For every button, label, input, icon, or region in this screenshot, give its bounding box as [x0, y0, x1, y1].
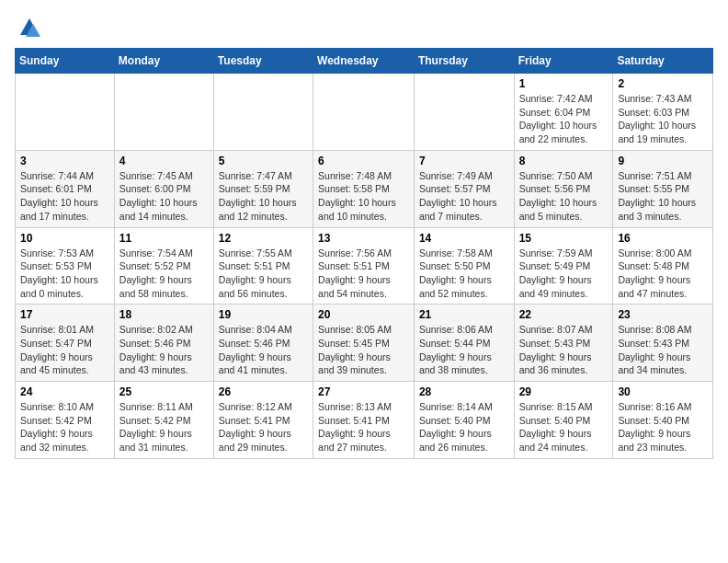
day-info: Sunrise: 7:51 AMSunset: 5:55 PMDaylight:…: [618, 169, 708, 224]
day-number: 16: [618, 232, 708, 245]
calendar-cell: 10Sunrise: 7:53 AMSunset: 5:53 PMDayligh…: [16, 227, 115, 304]
day-number: 6: [318, 155, 409, 167]
day-info: Sunrise: 8:05 AMSunset: 5:45 PMDaylight:…: [318, 323, 409, 377]
calendar-cell: 1Sunrise: 7:42 AMSunset: 6:04 PMDaylight…: [514, 74, 613, 151]
calendar-week-4: 17Sunrise: 8:01 AMSunset: 5:47 PMDayligh…: [16, 304, 713, 382]
day-number: 27: [318, 385, 409, 398]
calendar-cell: [313, 74, 415, 151]
calendar-cell: 18Sunrise: 8:02 AMSunset: 5:46 PMDayligh…: [114, 304, 213, 382]
day-info: Sunrise: 7:54 AMSunset: 5:52 PMDaylight:…: [119, 247, 209, 301]
day-number: 30: [618, 385, 708, 398]
calendar-cell: 3Sunrise: 7:44 AMSunset: 6:01 PMDaylight…: [16, 150, 115, 227]
logo-icon: [17, 15, 42, 40]
day-info: Sunrise: 8:01 AMSunset: 5:47 PMDaylight:…: [20, 323, 109, 377]
logo-text: [15, 15, 42, 40]
calendar-cell: 21Sunrise: 8:06 AMSunset: 5:44 PMDayligh…: [414, 304, 514, 382]
day-info: Sunrise: 8:00 AMSunset: 5:48 PMDaylight:…: [618, 247, 708, 301]
calendar-cell: 16Sunrise: 8:00 AMSunset: 5:48 PMDayligh…: [613, 227, 713, 304]
day-number: 22: [519, 308, 609, 321]
day-info: Sunrise: 7:43 AMSunset: 6:03 PMDaylight:…: [618, 92, 708, 146]
calendar-week-3: 10Sunrise: 7:53 AMSunset: 5:53 PMDayligh…: [16, 227, 713, 304]
calendar-cell: 25Sunrise: 8:11 AMSunset: 5:42 PMDayligh…: [114, 382, 213, 459]
day-number: 29: [519, 385, 609, 398]
calendar-cell: 27Sunrise: 8:13 AMSunset: 5:41 PMDayligh…: [313, 382, 415, 459]
calendar-table: SundayMondayTuesdayWednesdayThursdayFrid…: [15, 48, 713, 459]
calendar-cell: 20Sunrise: 8:05 AMSunset: 5:45 PMDayligh…: [313, 304, 415, 382]
day-number: 11: [119, 232, 209, 245]
logo: [15, 15, 42, 40]
day-number: 19: [219, 308, 308, 321]
day-info: Sunrise: 7:42 AMSunset: 6:04 PMDaylight:…: [519, 92, 609, 146]
calendar-cell: [16, 74, 115, 151]
day-number: 28: [419, 385, 509, 398]
day-info: Sunrise: 8:12 AMSunset: 5:41 PMDaylight:…: [219, 400, 308, 454]
day-number: 8: [519, 155, 609, 167]
calendar-cell: [213, 74, 313, 151]
calendar-week-1: 1Sunrise: 7:42 AMSunset: 6:04 PMDaylight…: [16, 74, 713, 151]
calendar-header-sunday: Sunday: [16, 49, 115, 74]
calendar-week-2: 3Sunrise: 7:44 AMSunset: 6:01 PMDaylight…: [16, 150, 713, 227]
calendar-header-thursday: Thursday: [414, 49, 514, 74]
calendar-cell: 24Sunrise: 8:10 AMSunset: 5:42 PMDayligh…: [16, 382, 115, 459]
day-number: 23: [618, 308, 708, 321]
day-number: 26: [219, 385, 308, 398]
calendar-header-wednesday: Wednesday: [313, 49, 415, 74]
day-info: Sunrise: 7:44 AMSunset: 6:01 PMDaylight:…: [20, 169, 109, 224]
calendar-cell: 19Sunrise: 8:04 AMSunset: 5:46 PMDayligh…: [213, 304, 313, 382]
day-info: Sunrise: 8:07 AMSunset: 5:43 PMDaylight:…: [519, 323, 609, 377]
calendar-cell: 26Sunrise: 8:12 AMSunset: 5:41 PMDayligh…: [213, 382, 313, 459]
calendar-cell: 30Sunrise: 8:16 AMSunset: 5:40 PMDayligh…: [613, 382, 713, 459]
day-info: Sunrise: 8:11 AMSunset: 5:42 PMDaylight:…: [119, 400, 209, 454]
calendar-header-tuesday: Tuesday: [213, 49, 313, 74]
day-info: Sunrise: 8:02 AMSunset: 5:46 PMDaylight:…: [119, 323, 209, 377]
day-number: 15: [519, 232, 609, 245]
calendar-cell: 17Sunrise: 8:01 AMSunset: 5:47 PMDayligh…: [16, 304, 115, 382]
calendar-cell: [414, 74, 514, 151]
day-number: 2: [618, 77, 708, 90]
day-number: 17: [20, 308, 109, 321]
calendar-cell: 4Sunrise: 7:45 AMSunset: 6:00 PMDaylight…: [114, 150, 213, 227]
calendar-header-row: SundayMondayTuesdayWednesdayThursdayFrid…: [16, 49, 713, 74]
day-number: 4: [119, 155, 209, 167]
day-info: Sunrise: 8:13 AMSunset: 5:41 PMDaylight:…: [318, 400, 409, 454]
day-info: Sunrise: 7:47 AMSunset: 5:59 PMDaylight:…: [219, 169, 308, 224]
calendar-cell: 13Sunrise: 7:56 AMSunset: 5:51 PMDayligh…: [313, 227, 415, 304]
day-info: Sunrise: 7:45 AMSunset: 6:00 PMDaylight:…: [119, 169, 209, 224]
calendar-cell: 9Sunrise: 7:51 AMSunset: 5:55 PMDaylight…: [613, 150, 713, 227]
day-number: 21: [419, 308, 509, 321]
calendar-cell: 22Sunrise: 8:07 AMSunset: 5:43 PMDayligh…: [514, 304, 613, 382]
day-info: Sunrise: 8:16 AMSunset: 5:40 PMDaylight:…: [618, 400, 708, 454]
day-info: Sunrise: 7:53 AMSunset: 5:53 PMDaylight:…: [20, 247, 109, 301]
day-number: 9: [618, 155, 708, 167]
calendar-cell: 15Sunrise: 7:59 AMSunset: 5:49 PMDayligh…: [514, 227, 613, 304]
day-info: Sunrise: 7:55 AMSunset: 5:51 PMDaylight:…: [219, 247, 308, 301]
day-info: Sunrise: 8:10 AMSunset: 5:42 PMDaylight:…: [20, 400, 109, 454]
day-info: Sunrise: 8:06 AMSunset: 5:44 PMDaylight:…: [419, 323, 509, 377]
calendar-cell: 28Sunrise: 8:14 AMSunset: 5:40 PMDayligh…: [414, 382, 514, 459]
day-number: 25: [119, 385, 209, 398]
calendar-cell: 23Sunrise: 8:08 AMSunset: 5:43 PMDayligh…: [613, 304, 713, 382]
day-number: 20: [318, 308, 409, 321]
day-number: 10: [20, 232, 109, 245]
day-info: Sunrise: 7:49 AMSunset: 5:57 PMDaylight:…: [419, 169, 509, 224]
calendar-cell: 29Sunrise: 8:15 AMSunset: 5:40 PMDayligh…: [514, 382, 613, 459]
calendar-header-saturday: Saturday: [613, 49, 713, 74]
calendar-cell: 14Sunrise: 7:58 AMSunset: 5:50 PMDayligh…: [414, 227, 514, 304]
day-info: Sunrise: 8:14 AMSunset: 5:40 PMDaylight:…: [419, 400, 509, 454]
day-info: Sunrise: 7:59 AMSunset: 5:49 PMDaylight:…: [519, 247, 609, 301]
day-info: Sunrise: 8:15 AMSunset: 5:40 PMDaylight:…: [519, 400, 609, 454]
calendar-cell: 8Sunrise: 7:50 AMSunset: 5:56 PMDaylight…: [514, 150, 613, 227]
day-info: Sunrise: 7:48 AMSunset: 5:58 PMDaylight:…: [318, 169, 409, 224]
day-number: 3: [20, 155, 109, 167]
calendar-cell: [114, 74, 213, 151]
day-info: Sunrise: 8:04 AMSunset: 5:46 PMDaylight:…: [219, 323, 308, 377]
header: [15, 15, 713, 40]
calendar-cell: 6Sunrise: 7:48 AMSunset: 5:58 PMDaylight…: [313, 150, 415, 227]
day-number: 1: [519, 77, 609, 90]
day-info: Sunrise: 7:50 AMSunset: 5:56 PMDaylight:…: [519, 169, 609, 224]
day-info: Sunrise: 7:58 AMSunset: 5:50 PMDaylight:…: [419, 247, 509, 301]
day-number: 7: [419, 155, 509, 167]
day-number: 24: [20, 385, 109, 398]
calendar-header-monday: Monday: [114, 49, 213, 74]
calendar-cell: 7Sunrise: 7:49 AMSunset: 5:57 PMDaylight…: [414, 150, 514, 227]
